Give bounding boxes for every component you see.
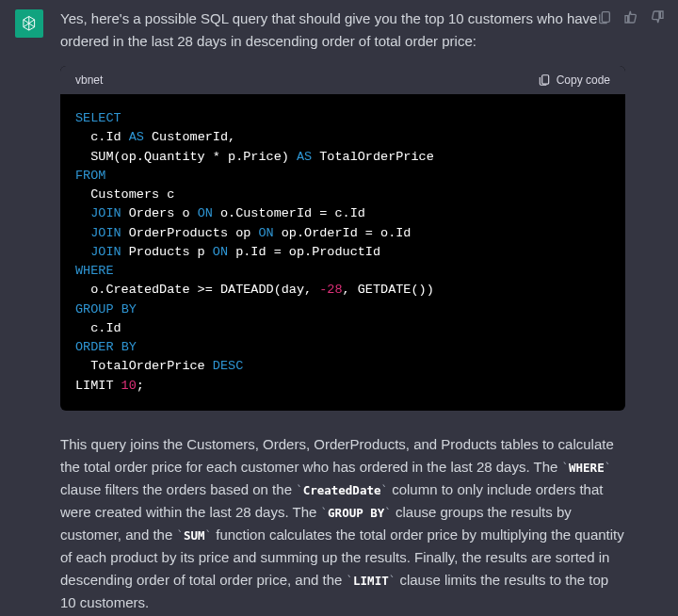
svg-rect-0 [602, 12, 609, 23]
explanation-paragraph: This query joins the Customers, Orders, … [60, 433, 625, 614]
thumbs-down-icon [650, 9, 665, 24]
intro-paragraph: Yes, here's a possible SQL query that sh… [60, 8, 625, 53]
copy-code-button[interactable]: Copy code [538, 73, 610, 87]
clipboard-icon [538, 73, 551, 87]
code-block: vbnet Copy code SELECT c.Id AS CustomerI… [60, 66, 625, 411]
copy-message-button[interactable] [595, 8, 614, 29]
message-actions [595, 8, 667, 29]
openai-logo-icon [20, 14, 39, 33]
thumbs-up-icon [623, 9, 638, 24]
code-header: vbnet Copy code [60, 66, 625, 94]
inline-code-sum: `SUM` [176, 528, 212, 543]
thumbs-up-button[interactable] [622, 8, 640, 29]
copy-code-label: Copy code [557, 73, 610, 87]
inline-code-createddate: `CreatedDate` [296, 483, 388, 497]
inline-code-limit: `LIMIT` [347, 574, 396, 588]
inline-code-groupby: `GROUP BY` [321, 506, 392, 520]
thumbs-down-button[interactable] [648, 8, 667, 29]
inline-code-where: `WHERE` [562, 461, 612, 475]
code-language-label: vbnet [75, 73, 103, 87]
code-body: SELECT c.Id AS CustomerId, SUM(op.Quanti… [60, 94, 625, 411]
message-content: Yes, here's a possible SQL query that sh… [60, 8, 663, 616]
assistant-message: Yes, here's a possible SQL query that sh… [0, 0, 678, 616]
svg-rect-1 [541, 75, 548, 84]
clipboard-icon [597, 9, 612, 24]
assistant-avatar [15, 9, 43, 38]
